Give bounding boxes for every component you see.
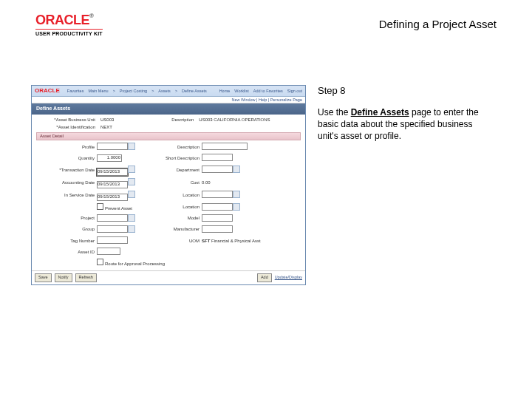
- label-quantity: Quantity: [36, 156, 97, 161]
- input-profile[interactable]: [97, 143, 128, 150]
- label-cost: Cost: [146, 180, 202, 185]
- oracle-logo: ORACLE®: [35, 13, 103, 27]
- label-profile: Profile: [36, 145, 97, 150]
- label-manufacturer: Manufacturer: [146, 227, 202, 232]
- calendar-icon[interactable]: [128, 166, 135, 173]
- input-department[interactable]: [202, 166, 233, 173]
- input-inservice[interactable]: 09/15/2013: [97, 194, 128, 201]
- calendar-icon[interactable]: [128, 191, 135, 198]
- label-asset-id2: Asset ID: [36, 250, 97, 255]
- link-favorites[interactable]: Add to Favorites: [253, 89, 283, 94]
- embedded-screenshot: ORACLE Favorites Main Menu > Project Cos…: [31, 85, 306, 285]
- label-asset-id: *Asset Identification: [36, 125, 98, 130]
- input-group[interactable]: [97, 225, 128, 233]
- lookup-icon[interactable]: [128, 225, 135, 233]
- update-display-link[interactable]: Update/Display: [275, 275, 302, 280]
- checkbox-route-approval[interactable]: [97, 259, 103, 265]
- label-route-approval: Route for Approval Processing: [105, 262, 165, 266]
- lookup-icon[interactable]: [233, 166, 240, 173]
- label-department: Department: [146, 168, 202, 173]
- input-asset-id2[interactable]: [97, 248, 120, 255]
- step-instruction: Use the Define Assets page to enter the …: [318, 106, 480, 143]
- value-cost: 0.00: [202, 180, 261, 185]
- nav-favorites[interactable]: Favorites: [67, 89, 84, 94]
- lookup-icon[interactable]: [233, 191, 240, 198]
- add-button[interactable]: Add: [257, 273, 272, 282]
- label-description: Description: [142, 117, 196, 123]
- label-project: Project: [36, 216, 97, 221]
- calendar-icon[interactable]: [128, 178, 135, 185]
- product-line: USER PRODUCTIVITY KIT: [35, 29, 103, 36]
- nav-define-assets[interactable]: Define Assets: [182, 89, 207, 94]
- nav-project-costing[interactable]: Project Costing: [120, 89, 147, 94]
- input-model[interactable]: [202, 214, 233, 222]
- page-tab: Define Assets: [32, 103, 305, 114]
- link-home[interactable]: Home: [219, 89, 231, 94]
- input-location[interactable]: [202, 191, 233, 198]
- input-project[interactable]: [97, 214, 128, 222]
- input-tag[interactable]: [97, 236, 128, 244]
- page-name-emphasis: Define Assets: [351, 107, 409, 117]
- save-button[interactable]: Save: [35, 273, 52, 282]
- label-tag: Tag Number: [36, 239, 97, 244]
- input-short-desc[interactable]: [202, 154, 233, 161]
- refresh-button[interactable]: Refresh: [75, 273, 97, 282]
- sub-nav-links[interactable]: New Window | Help | Personalize Page: [32, 97, 305, 104]
- notify-button[interactable]: Notify: [55, 273, 72, 282]
- label-short-desc: Short Description: [146, 156, 202, 161]
- section-asset-detail: Asset Detail: [36, 132, 301, 140]
- input-manufacturer[interactable]: [202, 225, 233, 233]
- label-uom: UOM: [146, 239, 202, 244]
- checkbox-prevent-asset[interactable]: [97, 203, 103, 210]
- label-location2: Location: [146, 205, 202, 210]
- nav-assets[interactable]: Assets: [158, 89, 171, 94]
- lookup-icon[interactable]: [128, 214, 135, 222]
- lookup-icon[interactable]: [128, 143, 135, 150]
- app-header-bar: ORACLE Favorites Main Menu > Project Cos…: [32, 86, 305, 97]
- link-signout[interactable]: Sign out: [287, 89, 302, 94]
- footer-bar: Save Notify Refresh Add Update/Display: [32, 270, 305, 284]
- label-inservice: In Service Date: [36, 193, 97, 198]
- input-trans-date[interactable]: 09/15/2013: [97, 168, 128, 176]
- value-description: US003 CALIFORNIA OPERATIONS: [199, 117, 270, 123]
- input-description[interactable]: [202, 143, 248, 150]
- step-label: Step 8: [318, 85, 480, 96]
- input-location2[interactable]: [202, 203, 233, 211]
- nav-main-menu[interactable]: Main Menu: [88, 89, 108, 94]
- label-business-unit: *Asset Business Unit: [36, 117, 98, 123]
- label-acct-date: Accounting Date: [36, 180, 97, 185]
- document-title: Defining a Project Asset: [379, 13, 497, 30]
- label-description2: Description: [146, 145, 202, 150]
- value-business-unit: US003: [100, 117, 114, 123]
- label-location: Location: [146, 193, 202, 198]
- value-asset-id: NEXT: [100, 125, 112, 130]
- label-group: Group: [36, 227, 97, 232]
- link-worklist[interactable]: Worklist: [234, 89, 248, 94]
- uom-text: Financial & Physical Asst: [211, 239, 261, 243]
- logo-block: ORACLE® USER PRODUCTIVITY KIT: [35, 13, 103, 36]
- input-quantity[interactable]: 1.0000: [97, 154, 122, 162]
- label-model: Model: [146, 216, 202, 221]
- label-prevent-asset: Prevent Asset: [105, 206, 132, 211]
- input-acct-date[interactable]: 09/15/2013: [97, 181, 128, 188]
- lookup-icon[interactable]: [233, 203, 240, 211]
- app-logo: ORACLE: [35, 87, 60, 95]
- label-trans-date: *Transaction Date: [36, 168, 97, 173]
